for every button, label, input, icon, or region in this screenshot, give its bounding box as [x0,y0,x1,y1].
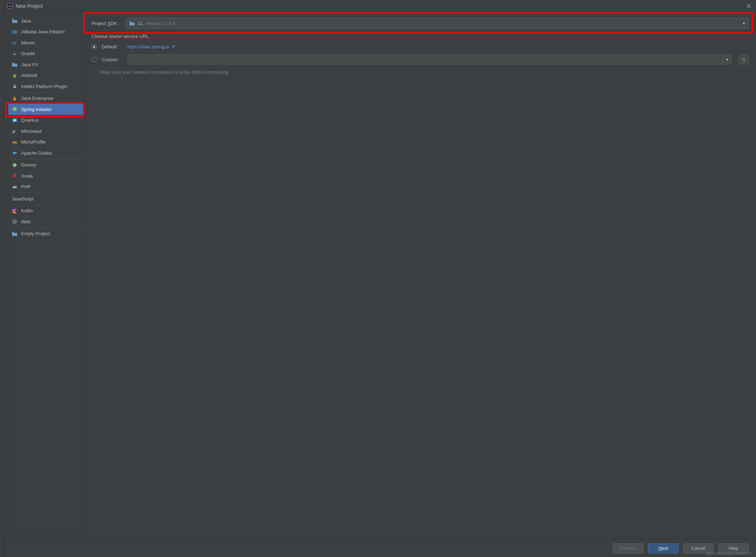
sidebar-item-intellij-plugin[interactable]: IntelliJ Platform Plugin [8,81,84,92]
svg-text:IJ: IJ [9,5,11,8]
sidebar-item-label: Web [21,219,31,224]
titlebar: IJ New Project [4,0,461,12]
quarkus-icon [12,117,18,123]
spring-icon [12,106,18,112]
radio-custom[interactable] [92,57,97,62]
svg-rect-10 [13,86,16,88]
svg-rect-4 [15,31,17,33]
sidebar-item-label: IntelliJ Platform Plugin [21,84,67,89]
sidebar-item-kotlin[interactable]: Kotlin [8,205,84,217]
kotlin-icon [12,208,18,214]
sidebar-item-label: Groovy [21,162,36,168]
flame-icon [12,96,18,101]
sidebar-item-micronaut[interactable]: μMicronaut [8,126,84,137]
sidebar-item-label: Maven [21,40,35,45]
android-icon [12,73,18,78]
folder-blue-icon [12,18,18,24]
sidebar-separator [8,228,84,228]
default-url-link[interactable]: https://start.spring.io [127,44,175,49]
svg-rect-11 [14,84,15,86]
sidebar-item-java[interactable]: Java [8,15,84,26]
starter-url-label: Choose starter service URL. [92,34,461,39]
radio-default[interactable] [92,44,97,49]
app-icon: IJ [7,3,13,9]
sidebar-item-android[interactable]: Android [8,70,84,81]
project-sdk-label: Project SDK: [92,21,126,26]
globe-icon [12,219,18,224]
radio-custom-label: Custom: [102,57,122,62]
network-hint: Make sure your network connection is act… [100,69,461,75]
sidebar-item-label: Scala [21,173,33,179]
sidebar-item-label: PHP [21,184,31,189]
dubbo-icon [12,150,18,156]
svg-point-17 [13,152,17,154]
sidebar-separator [8,205,84,205]
svg-text:m: m [12,40,16,45]
sidebar-item-java-enterprise[interactable]: Java Enterprise [8,93,84,104]
new-project-dialog: IJ New Project JavaAlibaba Java Initiali… [4,0,461,350]
sidebar-separator [8,92,84,93]
svg-rect-3 [13,31,14,33]
sidebar-item-microprofile[interactable]: MicroProfile [8,137,84,148]
sidebar-item-label: Android [21,73,37,78]
sidebar-item-scala[interactable]: Scala [8,170,84,181]
sidebar-item-javafx[interactable]: Java FX [8,59,84,70]
svg-point-6 [14,75,14,76]
scala-icon [12,173,18,179]
external-link-icon [171,45,175,49]
sidebar-item-label: Gradle [21,51,35,56]
svg-point-7 [15,75,16,76]
window-title: New Project [16,3,43,9]
maven-icon: m [12,40,18,45]
sidebar-item-label: Kotlin [21,208,33,213]
svg-line-8 [14,74,14,74]
groovy-icon: G [12,162,18,168]
sidebar-item-web[interactable]: Web [8,216,84,227]
gradle-icon [12,51,18,57]
sidebar-item-label: Alibaba Java Initializr [21,29,65,34]
sdk-version-major: 11 [138,21,143,26]
sidebar-item-javascript[interactable]: JavaScript [8,193,84,204]
custom-url-input[interactable] [128,57,461,62]
svg-text:php: php [13,186,17,188]
svg-line-9 [15,74,16,74]
sidebar-item-label: Java FX [21,62,38,67]
custom-url-combobox[interactable]: ▼ [127,54,461,64]
folder-icon [129,20,135,26]
sidebar-item-label: Java Enterprise [21,96,53,101]
sidebar-item-maven[interactable]: mMaven [8,37,84,48]
sidebar-item-gradle[interactable]: Gradle [8,48,84,59]
sidebar-separator [8,193,84,193]
sidebar-item-groovy[interactable]: GGroovy [8,160,84,171]
sidebar-item-label: Java [21,18,31,24]
svg-text:μ: μ [12,129,15,134]
sidebar-item-label: Spring Initializr [21,107,52,112]
sidebar-item-label: Micronaut [21,129,42,134]
sidebar-item-label: JavaScript [12,196,34,202]
svg-point-13 [13,107,17,111]
sidebar-item-empty-project[interactable]: Empty Project [8,228,84,239]
sdk-version-full: version 11.0.8 [146,21,175,26]
sidebar-item-label: Quarkus [21,117,39,123]
alibaba-icon [12,29,18,35]
sidebar-item-apache-dubbo[interactable]: Apache Dubbo [8,147,84,159]
project-sdk-dropdown[interactable]: 11 version 11.0.8 ▼ [126,18,461,29]
sidebar-item-label: Apache Dubbo [21,150,52,156]
svg-text:G: G [14,164,16,167]
folder-blue-icon [12,231,18,237]
plugin-icon [12,83,18,89]
mu-icon: μ [12,128,18,134]
project-type-sidebar: JavaAlibaba Java InitializrmMavenGradleJ… [8,15,84,350]
sidebar-item-label: MicroProfile [21,139,46,145]
sidebar-item-php[interactable]: phpPHP [8,181,84,193]
sidebar-item-label: Empty Project [21,231,50,236]
svg-rect-12 [15,84,16,86]
sidebar-item-quarkus[interactable]: Quarkus [8,115,84,126]
folder-blue-icon [12,62,18,67]
sidebar-separator [8,159,84,159]
main-panel: Project SDK: 11 version 11.0.8 ▼ Choose … [84,12,461,350]
radio-default-label: Default: [102,44,122,49]
sidebar-item-spring-initializr[interactable]: Spring Initializr [8,104,84,115]
microprofile-icon [12,139,18,145]
sidebar-item-alibaba[interactable]: Alibaba Java Initializr [8,26,84,38]
